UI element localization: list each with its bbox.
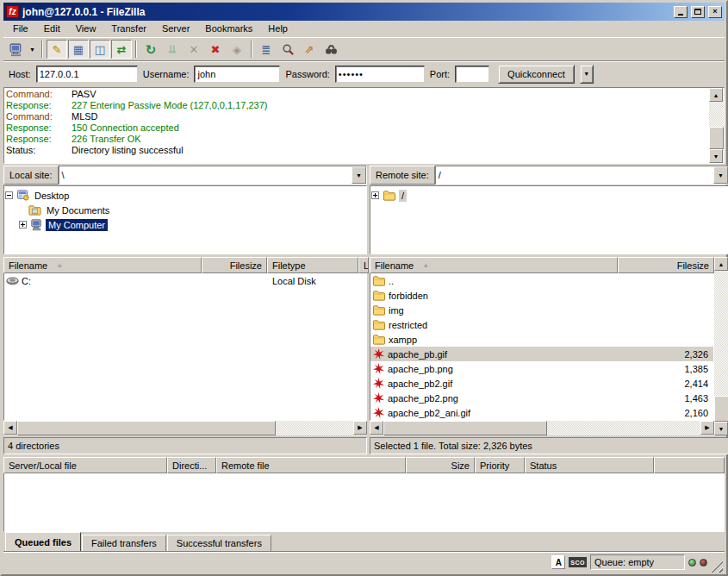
process-queue-icon[interactable]: ⇊ [162,40,183,59]
file-row[interactable]: apache_pb2_ani.gif2,160 [370,405,713,420]
collapse-icon[interactable] [5,191,13,199]
local-column-filename[interactable]: Filename▲ [3,257,202,273]
local-site-combobox[interactable]: \ ▼ [59,166,367,185]
file-row[interactable]: img [370,303,713,317]
expand-icon[interactable] [371,191,379,199]
scroll-down-icon[interactable]: ▼ [709,149,723,163]
scroll-left-icon[interactable]: ◀ [370,421,383,435]
menu-help[interactable]: Help [260,22,296,35]
local-list-rows[interactable]: C: Local Disk [3,273,367,421]
menu-edit[interactable]: Edit [36,22,68,35]
toggle-local-tree-icon[interactable]: ▦ [68,40,89,59]
resize-grip[interactable] [711,560,723,573]
disconnect-icon[interactable]: ✖ [205,40,226,59]
close-button[interactable]: × [708,6,722,18]
queue-column-status[interactable]: Status [525,457,654,473]
password-input[interactable] [335,66,425,83]
tree-item-desktop[interactable]: Desktop [5,188,365,203]
username-input[interactable] [194,66,280,83]
quickconnect-dropdown-icon[interactable]: ▼ [580,65,594,84]
tab-failed-transfers[interactable]: Failed transfers [82,535,166,551]
expand-icon[interactable] [19,221,27,229]
scrollbar-thumb[interactable] [709,127,724,149]
reconnect-icon[interactable]: ◈ [227,40,247,59]
scrollbar-thumb[interactable] [383,421,547,435]
tab-successful-transfers[interactable]: Successful transfers [167,535,271,551]
toolbar-separator [41,41,43,58]
scroll-down-icon[interactable]: ▼ [714,422,728,435]
tree-item-my-documents[interactable]: My Documents [5,203,365,217]
local-horizontal-scrollbar[interactable]: ◀ ▶ [3,421,367,435]
file-row[interactable]: xampp [370,332,713,347]
log-vertical-scrollbar[interactable]: ▲ ▼ [709,88,724,163]
remote-column-filesize[interactable]: Filesize [618,257,714,273]
remote-list-rows[interactable]: .. forbidden img restricted xampp apache… [370,273,714,421]
toggle-remote-tree-icon[interactable]: ◫ [90,40,110,59]
site-manager-dropdown-icon[interactable]: ▼ [27,40,38,59]
menu-server[interactable]: Server [154,22,197,35]
cancel-operation-icon[interactable]: ✕ [184,40,204,59]
quickconnect-button[interactable]: Quickconnect [498,65,575,84]
toggle-message-log-icon[interactable]: ✎ [47,40,67,59]
minimize-button[interactable] [674,6,688,18]
tree-item-my-computer[interactable]: My Computer [5,217,365,232]
scroll-up-icon[interactable]: ▲ [709,88,723,102]
file-row-c-drive[interactable]: C: Local Disk [4,273,366,288]
menu-view[interactable]: View [68,22,104,35]
file-row[interactable]: apache_pb2.gif2,414 [370,376,713,391]
remote-site-combobox[interactable]: / ▼ [435,166,728,185]
queue-column-remote-file[interactable]: Remote file [216,457,406,473]
menu-transfer[interactable]: Transfer [103,22,154,35]
remote-status-text: Selected 1 file. Total size: 2,326 bytes [370,437,728,454]
local-column-filetype[interactable]: Filetype [267,257,358,273]
tab-queued-files[interactable]: Queued files [5,532,81,551]
file-row[interactable]: forbidden [370,288,713,303]
queue-column-direction[interactable]: Directi... [167,457,216,473]
menu-bookmarks[interactable]: Bookmarks [197,22,260,35]
queue-header: Server/Local file Directi... Remote file… [3,457,725,473]
combo-dropdown-icon[interactable]: ▼ [352,166,366,184]
speed-limit-icon[interactable]: SCO [569,557,587,567]
remote-horizontal-scrollbar[interactable]: ◀ ▶ [370,421,714,435]
combo-dropdown-icon[interactable]: ▼ [713,166,728,184]
file-row[interactable]: apache_pb.png1,385 [370,361,713,376]
local-tree[interactable]: Desktop My Documents My Computer [3,185,367,254]
remote-column-filename[interactable]: Filename▲ [370,257,618,273]
file-row[interactable]: .. [370,273,713,288]
filezilla-window: fz john@127.0.0.1 - FileZilla × File Edi… [0,0,728,576]
local-list-header: Filename▲ Filesize Filetype L [3,257,367,273]
scrollbar-thumb[interactable] [714,396,728,422]
filter-icon[interactable] [277,40,298,59]
sort-ascending-icon: ▲ [422,261,429,269]
title-bar[interactable]: fz john@127.0.0.1 - FileZilla × [3,3,725,21]
queue-column-server-local-file[interactable]: Server/Local file [3,457,167,473]
queue-body[interactable] [3,473,725,532]
menu-file[interactable]: File [5,22,36,35]
file-row[interactable]: restricted [370,317,713,332]
local-column-lastmodified[interactable]: L [358,257,369,273]
remote-vertical-scrollbar[interactable]: ▲ ▼ [714,257,728,435]
find-files-icon[interactable] [320,40,341,59]
remote-tree[interactable]: / [370,185,728,254]
queue-column-priority[interactable]: Priority [475,457,525,473]
scroll-right-icon[interactable]: ▶ [700,421,714,435]
synchronized-browsing-icon[interactable]: ⇗ [299,40,320,59]
scroll-right-icon[interactable]: ▶ [353,421,367,435]
username-label: Username: [143,69,190,79]
port-input[interactable] [455,66,489,83]
scroll-left-icon[interactable]: ◀ [3,421,17,435]
directory-comparison-icon[interactable]: ≣ [256,40,277,59]
scrollbar-thumb[interactable] [17,421,276,435]
tree-item-root[interactable]: / [371,188,727,203]
toggle-transfer-queue-icon[interactable]: ⇄ [111,40,132,59]
site-manager-icon[interactable] [5,40,26,59]
scroll-up-icon[interactable]: ▲ [714,257,728,271]
queue-column-size[interactable]: Size [406,457,475,473]
maximize-button[interactable] [691,6,705,18]
file-row[interactable]: apache_pb2.png1,463 [370,391,713,405]
refresh-icon[interactable]: ↻ [140,40,161,59]
host-input[interactable] [36,66,138,83]
ascii-data-type-icon[interactable]: A [551,555,565,569]
local-column-filesize[interactable]: Filesize [202,257,267,273]
file-row-selected[interactable]: apache_pb.gif2,326 [370,347,713,361]
